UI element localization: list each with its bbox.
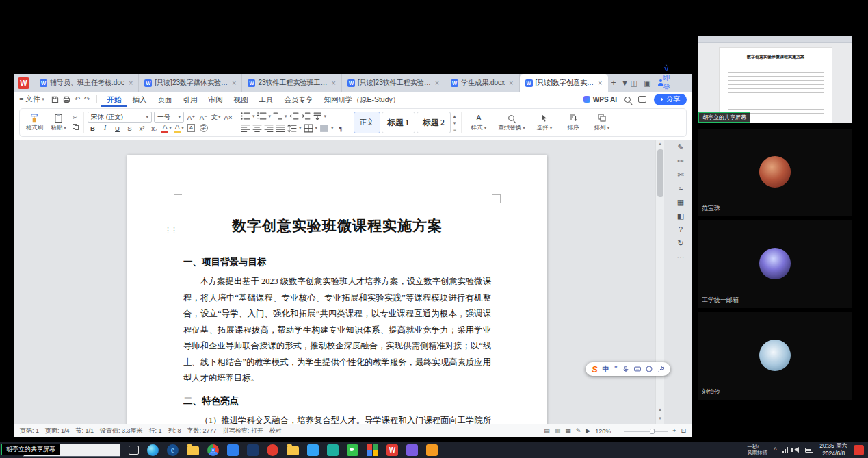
format-painter-button[interactable]: 格式刷 <box>23 110 46 135</box>
tab-close-icon[interactable]: × <box>509 79 513 87</box>
chevron-down-icon[interactable]: ▾ <box>299 125 302 131</box>
ime-mode-chinese[interactable]: 中 <box>603 366 609 372</box>
clock[interactable]: 20:35 周六 2024/6/8 <box>819 442 847 457</box>
menu-tab-tools[interactable]: 工具 <box>253 92 278 107</box>
taskbar-app-icon[interactable] <box>426 444 438 456</box>
document-tab-active[interactable]: W [只读]数字创意实… × <box>520 74 608 92</box>
align-left-icon[interactable] <box>241 124 250 133</box>
text-tools-button[interactable]: 文▾ <box>211 112 221 123</box>
search-icon[interactable] <box>624 97 631 103</box>
arrange-button[interactable]: 排列▾ <box>588 114 616 132</box>
save-icon[interactable] <box>51 96 59 103</box>
menu-tab-home[interactable]: 开始 <box>101 92 127 107</box>
align-right-icon[interactable] <box>264 124 274 133</box>
taskbar-app-icon[interactable] <box>327 444 339 456</box>
underline-button[interactable]: U <box>112 123 122 133</box>
more-tools-icon[interactable]: ⋯ <box>677 253 685 261</box>
task-view-icon[interactable] <box>129 446 139 455</box>
view-mode-web-icon[interactable]: ▥ <box>555 428 561 434</box>
tab-close-icon[interactable]: × <box>598 79 602 87</box>
document-tab[interactable]: W [只读]23数字媒体实验… × <box>139 74 242 92</box>
document-tab[interactable]: W 学生成果.docx × <box>445 74 519 92</box>
battery-icon[interactable] <box>805 448 813 453</box>
status-proofread[interactable]: 校对 <box>269 427 282 435</box>
undo-icon[interactable]: ↶ <box>75 96 80 103</box>
new-tab-button[interactable]: + <box>608 78 620 88</box>
highlight-button[interactable]: A▾ <box>174 123 184 133</box>
print-icon[interactable] <box>63 96 70 103</box>
ime-punctuation-icon[interactable]: ” <box>614 366 618 372</box>
sogou-logo-icon[interactable]: S <box>592 365 598 374</box>
edge-browser-icon[interactable] <box>147 444 159 456</box>
tab-close-icon[interactable]: × <box>232 79 236 87</box>
character-border-button[interactable]: A <box>186 123 196 133</box>
zoom-slider[interactable] <box>624 431 668 432</box>
increase-font-button[interactable]: A⁺ <box>186 112 196 123</box>
style-body-text[interactable]: 正文 <box>354 112 380 133</box>
menu-tab-page[interactable]: 页面 <box>152 92 177 107</box>
show-marks-button[interactable]: ¶ <box>336 123 346 133</box>
wechat-icon[interactable] <box>347 444 358 456</box>
style-heading-2[interactable]: 标题 2 <box>417 112 451 133</box>
participant-tile[interactable]: 范宝珠 <box>698 129 852 216</box>
shading-icon[interactable] <box>319 124 329 133</box>
cut-icon[interactable]: ✂ <box>73 115 79 121</box>
notification-badge-icon[interactable] <box>854 445 864 455</box>
cooperation-icon[interactable] <box>638 96 646 103</box>
menu-tab-reference[interactable]: 引用 <box>177 92 202 107</box>
hidden-icons-chevron[interactable]: ^ <box>774 446 776 453</box>
zoom-in-icon[interactable]: + <box>672 428 676 434</box>
subscript-button[interactable]: x₂ <box>149 123 159 133</box>
wps-ai-button[interactable]: WPS AI <box>583 96 617 103</box>
menu-tab-insert[interactable]: 插入 <box>127 92 152 107</box>
share-button[interactable]: 分享 <box>654 94 687 105</box>
file-explorer-icon[interactable] <box>187 446 199 455</box>
taskbar-app-icon[interactable] <box>406 444 418 456</box>
paste-button[interactable]: 粘贴▾ <box>47 110 70 135</box>
participant-tile[interactable]: 刘怡伶 <box>698 312 852 400</box>
help-icon[interactable]: ? <box>679 226 683 233</box>
select-button[interactable]: 选择▾ <box>531 114 558 132</box>
copy-icon[interactable] <box>73 124 79 130</box>
folder-icon[interactable] <box>287 446 299 455</box>
borders-icon[interactable] <box>304 124 313 133</box>
vertical-scrollbar[interactable]: ▴ ▴ ▾ <box>655 140 664 424</box>
taskbar-app-icon[interactable] <box>247 444 259 456</box>
menu-tab-view[interactable]: 视图 <box>228 92 253 107</box>
app-grid-icon[interactable] <box>367 444 378 456</box>
justify-icon[interactable] <box>276 124 285 133</box>
enclose-character-button[interactable]: 字 <box>198 123 209 133</box>
view-mode-outline-icon[interactable]: ▦ <box>565 428 571 434</box>
redo-icon[interactable]: ↷ <box>84 96 90 103</box>
keyboard-icon[interactable] <box>634 366 641 372</box>
previous-page-icon[interactable]: ▴ <box>659 407 661 412</box>
superscript-button[interactable]: x² <box>137 123 147 133</box>
network-icon[interactable] <box>782 447 788 453</box>
strikethrough-button[interactable]: S <box>124 123 135 133</box>
zoom-out-icon[interactable]: – <box>616 428 619 434</box>
fullscreen-icon[interactable]: ⊡ <box>681 428 686 434</box>
document-tab[interactable]: W 23软件工程实验班工… × <box>242 74 342 92</box>
chevron-down-icon[interactable]: ▾ <box>315 125 318 131</box>
microphone-icon[interactable] <box>622 366 629 372</box>
play-mode-icon[interactable]: ▶ <box>586 428 590 434</box>
screen-share-thumbnail[interactable]: 数字创意实验班微课程实施方案 胡亭立的共享屏幕 <box>698 36 852 123</box>
participant-tile[interactable]: 工学统一邮箱 <box>698 220 852 308</box>
font-size-select[interactable]: 一号 ▾ <box>154 112 184 123</box>
line-spacing-icon[interactable] <box>287 124 297 133</box>
menu-tab-cnki[interactable]: 知网研学（原E-Study） <box>318 92 405 107</box>
menu-tab-review[interactable]: 审阅 <box>202 92 228 107</box>
chevron-down-icon[interactable]: ▾ <box>285 114 287 119</box>
find-replace-button[interactable]: 查找替换▾ <box>494 114 529 132</box>
file-menu-button[interactable]: ≡ 文件 ▾ <box>19 94 44 104</box>
styles-tool-button[interactable]: A 样式▾ <box>465 114 492 132</box>
style-gallery-more-icon[interactable]: ≡ <box>453 127 456 132</box>
font-color-button[interactable]: A▾ <box>161 123 172 133</box>
tab-close-icon[interactable]: × <box>435 79 439 87</box>
minimize-button[interactable]: – <box>681 79 697 87</box>
skin-settings-icon[interactable]: ▣ <box>644 79 650 88</box>
document-tab[interactable]: W 辅导员、班主任考核.doc × <box>34 74 139 92</box>
bold-button[interactable]: B <box>88 123 98 133</box>
wps-office-icon[interactable]: W <box>386 444 398 456</box>
style-scroll-up-icon[interactable]: ▴ <box>453 114 456 119</box>
